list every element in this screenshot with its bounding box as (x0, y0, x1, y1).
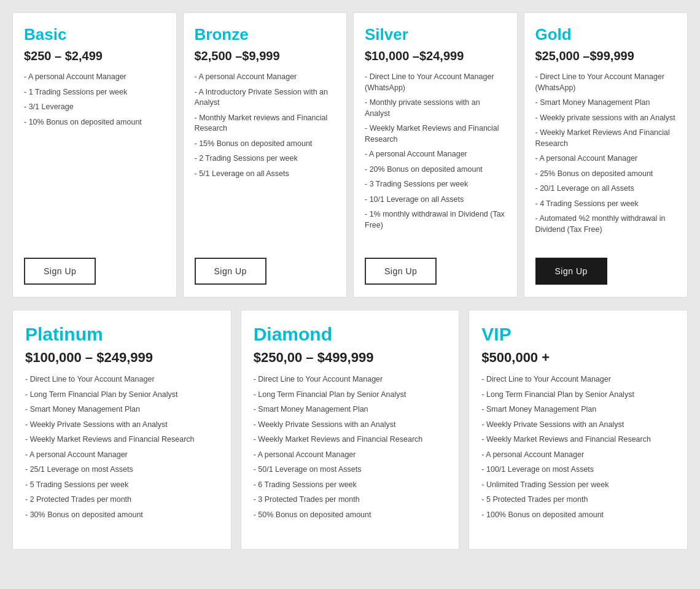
silver-title: Silver (365, 25, 506, 44)
feature-item: Direct Line to Your Account Manager (481, 374, 675, 385)
feature-item: Long Term Financial Plan by Senior Analy… (254, 390, 447, 401)
feature-item: 2 Trading Sessions per week (195, 153, 336, 164)
basic-features: A personal Account Manager1 Trading Sess… (24, 72, 165, 239)
feature-item: Long Term Financial Plan by Senior Analy… (481, 390, 675, 401)
gold-btn-area: Sign Up (535, 252, 677, 285)
feature-item: Weekly Market Reviews and Financial Rese… (481, 434, 675, 445)
card-bronze: Bronze$2,500 –$9,999A personal Account M… (183, 12, 348, 298)
feature-item: A personal Account Manager (24, 72, 165, 83)
feature-item: 100/1 Leverage on most Assets (481, 464, 675, 475)
bottom-row: Platinum$100,000 – $249,999Direct Line t… (12, 310, 688, 550)
feature-item: 30% Bonus on deposited amount (25, 510, 219, 521)
bronze-title: Bronze (195, 25, 336, 44)
bronze-btn-area: Sign Up (195, 252, 336, 285)
vip-title: VIP (481, 324, 675, 345)
feature-item: 5 Protected Trades per month (481, 495, 675, 506)
diamond-features: Direct Line to Your Account ManagerLong … (254, 374, 447, 525)
platinum-price: $100,000 – $249,999 (25, 350, 219, 366)
feature-item: Weekly Market Reviews and Financial Rese… (25, 434, 219, 445)
basic-btn-area: Sign Up (24, 252, 165, 285)
vip-price: $500,000 + (481, 350, 675, 366)
feature-item: A personal Account Manager (535, 153, 677, 164)
feature-item: Smart Money Management Plan (481, 404, 675, 415)
card-silver: Silver$10,000 –$24,999Direct Line to You… (353, 12, 518, 298)
feature-item: 1 Trading Sessions per week (24, 87, 165, 98)
feature-item: 50% Bonus on deposited amount (254, 510, 447, 521)
feature-item: Smart Money Management Plan (254, 404, 447, 415)
feature-item: Long Term Financial Plan by Senior Analy… (25, 390, 219, 401)
feature-item: Monthly Market reviews and Financial Res… (195, 113, 336, 134)
silver-price: $10,000 –$24,999 (365, 49, 506, 63)
feature-item: 25/1 Leverage on most Assets (25, 464, 219, 475)
feature-item: Weekly private sessions with an Analyst (535, 113, 677, 124)
feature-item: Weekly Private Sessions with an Analyst (25, 420, 219, 431)
basic-signup-button[interactable]: Sign Up (24, 258, 96, 285)
card-platinum: Platinum$100,000 – $249,999Direct Line t… (12, 310, 231, 550)
feature-item: 1% monthly withdrawal in Dividend (Tax F… (365, 209, 506, 231)
feature-item: Direct Line to Your Account Manager (Wha… (535, 72, 677, 93)
feature-item: Smart Money Management Plan (535, 98, 677, 109)
vip-features: Direct Line to Your Account ManagerLong … (481, 374, 675, 525)
feature-item: Monthly private sessions with an Analyst (365, 98, 506, 119)
feature-item: 10% Bonus on deposited amount (24, 117, 165, 128)
bronze-features: A personal Account ManagerA Introductory… (195, 72, 336, 239)
feature-item: 6 Trading Sessions per week (254, 480, 447, 491)
diamond-title: Diamond (254, 324, 447, 345)
silver-signup-button[interactable]: Sign Up (365, 258, 437, 285)
gold-price: $25,000 –$99,999 (535, 49, 677, 63)
card-diamond: Diamond$250,00 – $499,999Direct Line to … (241, 310, 460, 550)
feature-item: Weekly Private Sessions with an Analyst (481, 420, 675, 431)
card-gold: Gold$25,000 –$99,999Direct Line to Your … (524, 12, 688, 298)
card-vip: VIP$500,000 +Direct Line to Your Account… (469, 310, 688, 550)
main-wrapper: Basic$250 – $2,499A personal Account Man… (0, 0, 700, 562)
feature-item: 20% Bonus on deposited amount (365, 164, 506, 175)
feature-item: Direct Line to Your Account Manager (25, 374, 219, 385)
bronze-price: $2,500 –$9,999 (195, 49, 336, 63)
feature-item: 4 Trading Sessions per week (535, 199, 677, 210)
basic-title: Basic (24, 25, 165, 44)
platinum-title: Platinum (25, 324, 219, 345)
feature-item: 5/1 Leverage on all Assets (195, 169, 336, 180)
feature-item: Weekly Market Reviews and Financial Rese… (254, 434, 447, 445)
feature-item: 10/1 Leverage on all Assets (365, 194, 506, 206)
bronze-signup-button[interactable]: Sign Up (195, 258, 266, 285)
feature-item: 3 Trading Sessions per week (365, 179, 506, 190)
feature-item: Weekly Market Reviews and Financial Rese… (365, 123, 506, 145)
feature-item: 3 Protected Trades per month (254, 495, 447, 506)
gold-title: Gold (535, 25, 677, 44)
feature-item: Automated %2 monthly withdrawal in Divid… (535, 214, 677, 235)
silver-btn-area: Sign Up (365, 252, 506, 285)
feature-item: 50/1 Leverage on most Assets (254, 464, 447, 475)
feature-item: Direct Line to Your Account Manager (Wha… (365, 72, 506, 93)
feature-item: A personal Account Manager (481, 450, 675, 461)
feature-item: A personal Account Manager (254, 450, 447, 461)
top-row: Basic$250 – $2,499A personal Account Man… (12, 12, 688, 298)
feature-item: A personal Account Manager (195, 72, 336, 83)
feature-item: 2 Protected Trades per month (25, 495, 219, 506)
feature-item: Smart Money Management Plan (25, 404, 219, 415)
card-basic: Basic$250 – $2,499A personal Account Man… (12, 12, 177, 298)
platinum-features: Direct Line to Your Account ManagerLong … (25, 374, 219, 525)
feature-item: Direct Line to Your Account Manager (254, 374, 447, 385)
feature-item: Weekly Market Reviews And Financial Rese… (535, 128, 677, 149)
feature-item: Unlimited Trading Session per week (481, 480, 675, 491)
gold-features: Direct Line to Your Account Manager (Wha… (535, 72, 677, 239)
gold-signup-button[interactable]: Sign Up (535, 258, 607, 285)
feature-item: A Introductory Private Session with an A… (195, 87, 336, 109)
diamond-price: $250,00 – $499,999 (254, 350, 447, 366)
feature-item: A personal Account Manager (25, 450, 219, 461)
feature-item: 3/1 Leverage (24, 102, 165, 113)
feature-item: 100% Bonus on deposited amount (481, 510, 675, 521)
feature-item: 5 Trading Sessions per week (25, 480, 219, 491)
feature-item: Weekly Private Sessions with an Analyst (254, 420, 447, 431)
feature-item: 25% Bonus on deposited amount (535, 169, 677, 180)
basic-price: $250 – $2,499 (24, 49, 165, 63)
silver-features: Direct Line to Your Account Manager (Wha… (365, 72, 506, 239)
feature-item: 20/1 Leverage on all Assets (535, 183, 677, 194)
feature-item: A personal Account Manager (365, 149, 506, 160)
feature-item: 15% Bonus on deposited amount (195, 139, 336, 150)
